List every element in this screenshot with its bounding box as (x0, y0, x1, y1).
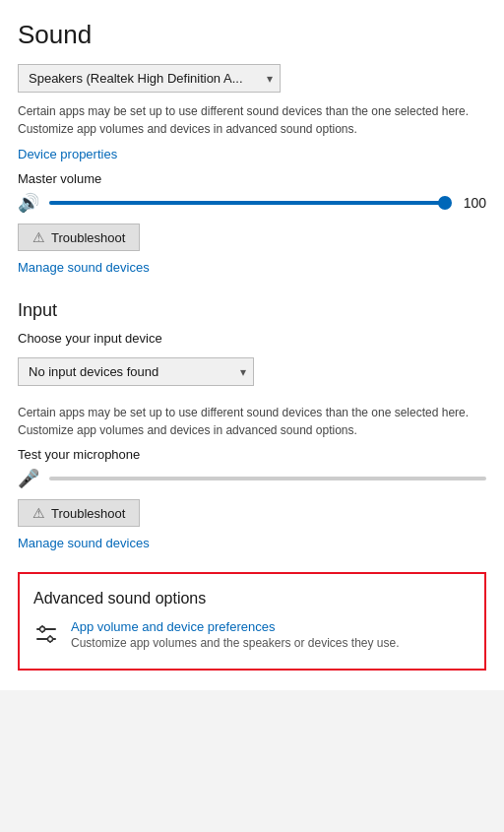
app-volume-text: App volume and device preferences Custom… (71, 619, 400, 650)
output-manage-devices-link[interactable]: Manage sound devices (18, 260, 150, 275)
svg-point-4 (40, 627, 45, 632)
master-volume-label: Master volume (18, 171, 486, 186)
volume-slider-fill (49, 201, 445, 205)
sound-settings-page: Sound Speakers (Realtek High Definition … (0, 0, 504, 690)
input-warning-icon: ⚠ (32, 505, 45, 521)
input-device-dropdown-wrapper[interactable]: No input devices found ▾ (18, 357, 254, 386)
mic-row: 🎤 (18, 468, 486, 489)
volume-value-display: 100 (455, 195, 486, 211)
input-troubleshoot-button[interactable]: ⚠ Troubleshoot (18, 499, 140, 527)
input-section-title: Input (18, 300, 486, 321)
choose-input-label: Choose your input device (18, 331, 486, 346)
mic-icon: 🎤 (18, 468, 39, 489)
speaker-icon: 🔊 (18, 192, 39, 214)
output-description: Certain apps may be set up to use differ… (18, 102, 486, 138)
test-mic-label: Test your microphone (18, 447, 486, 462)
output-troubleshoot-button[interactable]: ⚠ Troubleshoot (18, 224, 140, 251)
warning-icon: ⚠ (32, 229, 45, 245)
input-troubleshoot-label: Troubleshoot (51, 506, 125, 521)
mic-level-track (49, 477, 486, 480)
output-device-dropdown-wrapper[interactable]: Speakers (Realtek High Definition A... ▾ (18, 64, 281, 93)
input-description: Certain apps may be set up to use differ… (18, 404, 486, 439)
app-volume-icon (33, 621, 59, 653)
volume-slider-track[interactable] (49, 201, 445, 205)
output-section: Speakers (Realtek High Definition A... ▾… (18, 64, 486, 285)
output-device-dropdown[interactable]: Speakers (Realtek High Definition A... (18, 64, 281, 93)
mixer-icon (33, 621, 59, 647)
input-manage-devices-link[interactable]: Manage sound devices (18, 536, 150, 550)
advanced-sound-options-box: Advanced sound options App volume and de… (18, 572, 486, 671)
device-properties-link[interactable]: Device properties (18, 147, 117, 161)
volume-slider-thumb (438, 196, 452, 210)
app-volume-title[interactable]: App volume and device preferences (71, 619, 400, 634)
input-section: Input Choose your input device No input … (18, 300, 486, 560)
page-title: Sound (18, 20, 486, 50)
advanced-section-title: Advanced sound options (33, 590, 471, 608)
app-volume-preferences-item[interactable]: App volume and device preferences Custom… (33, 619, 471, 653)
volume-row: 🔊 100 (18, 192, 486, 214)
input-device-dropdown[interactable]: No input devices found (18, 357, 254, 386)
svg-point-5 (48, 637, 53, 642)
output-troubleshoot-label: Troubleshoot (51, 230, 125, 245)
app-volume-desc: Customize app volumes and the speakers o… (71, 636, 400, 650)
